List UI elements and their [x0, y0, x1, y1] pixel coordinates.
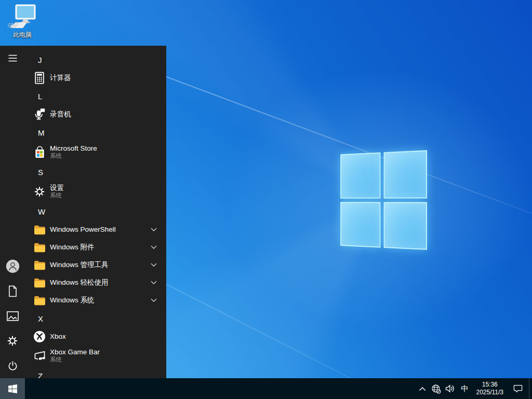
document-icon	[7, 285, 18, 297]
logo-pane	[383, 202, 427, 250]
start-menu-item[interactable]: Windows PowerShell	[25, 221, 166, 238]
item-label: Windows 附件	[50, 243, 95, 251]
item-label: Microsoft Store	[50, 144, 97, 153]
chevron-down-icon[interactable]	[151, 298, 157, 302]
pictures-icon	[7, 311, 19, 321]
hamburger-icon	[8, 55, 17, 62]
start-menu: J计算器L录音机MMicrosoft Store系统S设置系统WWindows …	[0, 46, 166, 378]
start-button[interactable]	[0, 378, 25, 399]
calculator-icon	[33, 72, 46, 84]
clock-date: 2025/11/3	[476, 389, 504, 396]
chevron-down-icon[interactable]	[151, 281, 157, 285]
volume-icon	[445, 384, 455, 393]
voice-recorder-icon	[33, 108, 46, 121]
xbox-icon	[33, 330, 46, 343]
chevron-down-icon[interactable]	[151, 228, 157, 232]
app-section-header[interactable]: J	[25, 50, 166, 69]
gamebar-icon	[33, 350, 46, 362]
start-menu-item[interactable]: 录音机	[25, 105, 166, 123]
logo-pane	[340, 152, 380, 198]
desktop: 此电脑 J计算器L录音机MMicrosoft Store系统S设置系统WWind…	[0, 0, 532, 399]
network-globe-icon	[431, 384, 441, 394]
rail-button-power[interactable]	[0, 353, 25, 378]
item-label: 设置	[50, 184, 64, 192]
desktop-icon-label: 此电脑	[13, 31, 32, 39]
logo-pane	[340, 202, 380, 248]
wallpaper-windows-logo	[328, 150, 427, 250]
action-center-button[interactable]	[507, 378, 529, 399]
section-letter: W	[38, 207, 45, 216]
app-section-header[interactable]: W	[25, 202, 166, 221]
item-subtitle: 系统	[50, 192, 64, 200]
folder-icon	[33, 276, 46, 289]
app-section-header[interactable]: M	[25, 123, 166, 142]
show-desktop-button[interactable]	[529, 378, 532, 399]
item-label: Windows PowerShell	[50, 225, 116, 234]
item-label: Windows 管理工具	[50, 261, 109, 269]
section-letter: L	[38, 92, 42, 101]
rail-button-user-account[interactable]	[0, 254, 25, 278]
item-label: Windows 系统	[50, 296, 95, 304]
start-menu-app-list: J计算器L录音机MMicrosoft Store系统S设置系统WWindows …	[25, 46, 166, 378]
network-status-button[interactable]	[429, 378, 443, 399]
start-menu-item[interactable]: Xbox Game Bar系统	[25, 345, 166, 366]
start-menu-item[interactable]: Xbox	[25, 328, 166, 345]
section-letter: X	[38, 314, 43, 323]
volume-button[interactable]	[443, 378, 457, 399]
start-menu-item[interactable]: Windows 管理工具	[25, 256, 166, 274]
chevron-up-icon	[419, 387, 426, 391]
clock[interactable]: 15:36 2025/11/3	[473, 378, 508, 399]
gear-icon	[33, 185, 46, 198]
app-section-header[interactable]: X	[25, 309, 166, 328]
start-menu-rail	[0, 46, 25, 378]
section-letter: J	[38, 56, 42, 64]
ime-indicator[interactable]: 中	[457, 378, 473, 399]
windows-logo-icon	[8, 384, 17, 393]
start-menu-item[interactable]: Windows 系统	[25, 291, 166, 309]
rail-button-documents[interactable]	[0, 278, 25, 303]
power-icon	[7, 361, 18, 371]
store-icon	[33, 146, 46, 158]
gear-icon	[7, 335, 18, 347]
folder-icon	[33, 294, 46, 307]
chevron-down-icon[interactable]	[151, 263, 157, 267]
ime-label: 中	[461, 384, 469, 394]
show-hidden-icons-button[interactable]	[416, 378, 429, 399]
chevron-down-icon[interactable]	[151, 245, 157, 249]
desktop-icon-this-pc[interactable]: 此电脑	[5, 4, 39, 39]
rail-button-pictures[interactable]	[0, 303, 25, 328]
item-label: Windows 轻松使用	[50, 278, 109, 287]
user-icon	[6, 259, 20, 273]
item-label: Xbox	[50, 332, 66, 341]
start-menu-item[interactable]: Windows 附件	[25, 238, 166, 256]
this-pc-icon	[8, 4, 37, 30]
app-section-header[interactable]: L	[25, 87, 166, 105]
folder-icon	[33, 223, 46, 236]
start-menu-item[interactable]: Windows 轻松使用	[25, 274, 166, 291]
folder-icon	[33, 259, 46, 271]
rail-button-expand-menu[interactable]	[0, 46, 25, 71]
app-section-header[interactable]: Z	[25, 366, 166, 378]
item-label: 录音机	[50, 110, 71, 118]
section-letter: Z	[38, 371, 43, 379]
start-menu-item[interactable]: 设置系统	[25, 181, 166, 202]
clock-time: 15:36	[482, 381, 498, 389]
item-label: 计算器	[50, 74, 71, 82]
item-label: Xbox Game Bar	[50, 348, 100, 356]
action-center-icon	[513, 383, 523, 394]
section-letter: M	[38, 128, 45, 137]
system-tray: 中 15:36 2025/11/3	[416, 378, 532, 399]
item-subtitle: 系统	[50, 153, 97, 160]
folder-icon	[33, 241, 46, 254]
app-section-header[interactable]: S	[25, 163, 166, 181]
start-menu-item[interactable]: Microsoft Store系统	[25, 142, 166, 163]
start-menu-item[interactable]: 计算器	[25, 69, 166, 87]
section-letter: S	[38, 168, 43, 177]
taskbar: 中 15:36 2025/11/3	[0, 378, 532, 399]
rail-button-settings[interactable]	[0, 328, 25, 353]
item-subtitle: 系统	[50, 356, 100, 364]
logo-pane	[383, 150, 427, 198]
